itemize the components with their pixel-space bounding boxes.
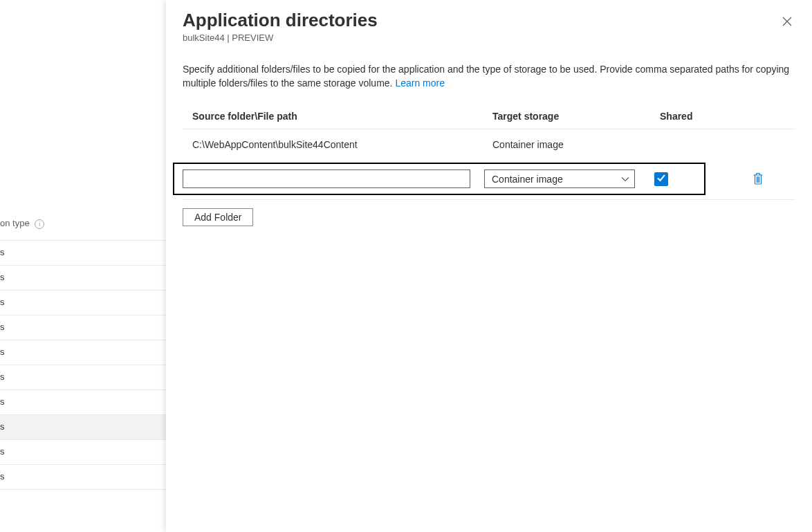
row-target-storage: Container image <box>492 139 660 150</box>
bg-rows-container: ssssssssss <box>0 241 166 490</box>
close-icon <box>782 17 792 28</box>
delete-cell <box>715 169 795 190</box>
list-item[interactable]: s <box>0 465 166 490</box>
list-item[interactable]: s <box>0 266 166 291</box>
list-item[interactable]: s <box>0 340 166 365</box>
target-storage-selected-value: Container image <box>492 174 563 185</box>
page-subtitle: bulkSite44 | PREVIEW <box>183 33 795 43</box>
description-body: Specify additional folders/files to be c… <box>183 64 789 89</box>
col-header-target: Target storage <box>492 111 660 122</box>
add-folder-button[interactable]: Add Folder <box>183 208 253 226</box>
list-item[interactable]: s <box>0 440 166 465</box>
table-row: C:\WebAppContent\bulkSite44Content Conta… <box>183 129 795 160</box>
list-item[interactable]: s <box>0 365 166 390</box>
list-item[interactable]: s <box>0 415 166 440</box>
delete-row-button[interactable] <box>750 169 766 190</box>
list-item[interactable]: s <box>0 315 166 340</box>
editable-row-container: Container image <box>183 160 795 200</box>
target-storage-select-box[interactable]: Container image <box>484 169 635 188</box>
bg-column-header: on type i <box>0 218 44 229</box>
col-header-shared: Shared <box>660 111 722 122</box>
background-list: on type i ssssssssss <box>0 0 166 532</box>
row-source-path: C:\WebAppContent\bulkSite44Content <box>192 139 492 150</box>
trash-icon <box>753 176 764 187</box>
blade-panel: Application directories bulkSite44 | PRE… <box>166 0 812 532</box>
edit-row: Container image <box>183 169 696 188</box>
col-header-source: Source folder\File path <box>192 111 492 122</box>
table-header-row: Source folder\File path Target storage S… <box>183 105 795 129</box>
target-storage-select[interactable]: Container image <box>484 169 635 188</box>
shared-checkbox[interactable] <box>654 172 668 186</box>
learn-more-link[interactable]: Learn more <box>395 77 445 89</box>
page-title: Application directories <box>183 10 795 31</box>
info-icon: i <box>35 219 44 229</box>
source-path-input[interactable] <box>183 169 470 188</box>
directories-table: Source folder\File path Target storage S… <box>183 105 795 200</box>
list-item[interactable]: s <box>0 241 166 266</box>
description-text: Specify additional folders/files to be c… <box>183 62 795 90</box>
close-button[interactable] <box>779 14 795 30</box>
list-item[interactable]: s <box>0 390 166 415</box>
list-item[interactable]: s <box>0 291 166 315</box>
blade-header: Application directories bulkSite44 | PRE… <box>183 10 795 43</box>
checkmark-icon <box>656 173 666 185</box>
bg-column-header-text: on type <box>0 218 30 228</box>
highlighted-edit-region: Container image <box>173 163 705 195</box>
